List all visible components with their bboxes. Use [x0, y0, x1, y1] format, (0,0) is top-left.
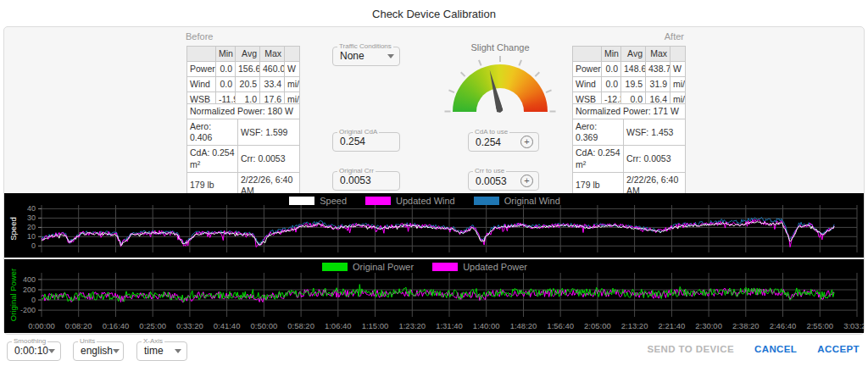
table-row: Aero: 0.369 WSF: 1.453	[573, 119, 686, 146]
col-header: Avg	[621, 47, 646, 62]
calibration-change-gauge: Slight Change	[448, 42, 553, 115]
svg-text:3:03:20: 3:03:20	[843, 321, 864, 330]
before-info-table: Normalized Power: 180 W Aero: 0.406 WSF:…	[186, 103, 300, 199]
svg-text:2:46:40: 2:46:40	[770, 321, 797, 330]
accept-button[interactable]: ACCEPT	[817, 344, 860, 354]
svg-text:0:58:20: 0:58:20	[287, 321, 314, 330]
unit-cell: mi/h	[285, 77, 300, 92]
smoothing-value: 0:00:10	[14, 345, 48, 357]
svg-text:200: 200	[23, 286, 36, 294]
table-row: Power 0.0 156.6 460.0 W	[187, 62, 300, 77]
crr-cell: Crr: 0.0053	[624, 146, 686, 172]
col-header: Min	[602, 47, 621, 62]
stat-cell: 33.4	[260, 77, 285, 92]
svg-text:0:41:40: 0:41:40	[214, 321, 241, 330]
row-label: Power	[187, 62, 216, 77]
aero-cell: Aero: 0.406	[187, 119, 238, 146]
normalized-power-cell: Normalized Power: 180 W	[187, 104, 300, 119]
svg-text:0:25:00: 0:25:00	[139, 321, 166, 330]
col-header	[670, 47, 686, 62]
col-header: Min	[216, 47, 236, 62]
stat-cell: 460.0	[260, 62, 285, 77]
table-row: Wind 0.0 20.5 33.4 mi/h	[187, 77, 300, 92]
crr-to-use-field[interactable]: Crr to use 0.0053	[468, 168, 539, 191]
traffic-conditions-value: None	[340, 50, 364, 62]
unit-cell: mi/h	[670, 77, 686, 92]
row-label: Wind	[573, 77, 602, 92]
gauge-tick	[478, 60, 482, 66]
original-crr-label: Original Crr	[337, 168, 376, 175]
original-cda-field: Original CdA 0.254	[332, 129, 400, 152]
after-label: After	[572, 31, 684, 42]
page-title: Check Device Calibration	[0, 8, 868, 20]
gauge-tick	[518, 60, 522, 66]
svg-text:0: 0	[31, 241, 36, 250]
cda-to-use-value[interactable]: 0.254	[476, 136, 501, 148]
svg-text:1:31:40: 1:31:40	[436, 321, 463, 330]
svg-text:10: 10	[27, 232, 36, 241]
cancel-button[interactable]: CANCEL	[754, 344, 797, 354]
svg-text:Original Power: Original Power	[8, 269, 18, 321]
crr-to-use-label: Crr to use	[473, 168, 506, 175]
stat-cell: 20.5	[236, 77, 260, 92]
table-row: Wind 0.0 19.5 31.9 mi/h	[573, 77, 686, 92]
gauge-tick	[546, 90, 552, 94]
crr-cell: Crr: 0.0053	[238, 146, 300, 172]
stat-cell: 0.0	[216, 77, 236, 92]
svg-text:40: 40	[27, 204, 36, 213]
col-header: Max	[260, 47, 285, 62]
check-device-calibration-screen: Check Device Calibration Before Min Avg …	[0, 0, 868, 366]
crr-to-use-value[interactable]: 0.0053	[476, 175, 507, 187]
units-select[interactable]: Units english	[73, 338, 124, 361]
xaxis-select[interactable]: X-Axis time	[136, 338, 187, 361]
stat-cell: 156.6	[236, 62, 260, 77]
chevron-down-icon	[48, 349, 55, 353]
send-to-device-button[interactable]: SEND TO DEVICE	[647, 344, 734, 354]
table-row: Aero: 0.406 WSF: 1.599	[187, 119, 300, 146]
svg-text:2:30:00: 2:30:00	[695, 321, 722, 330]
svg-text:1:56:40: 1:56:40	[547, 321, 574, 330]
gauge-tick	[445, 111, 451, 113]
svg-text:2:38:20: 2:38:20	[732, 321, 760, 330]
after-info-table: Normalized Power: 171 W Aero: 0.369 WSF:…	[572, 103, 686, 199]
gauge-tick	[448, 90, 454, 94]
cda-increment-icon[interactable]	[520, 136, 533, 148]
speed-wind-chart[interactable]: SpeedUpdated WindOriginal Wind 010203040…	[4, 193, 864, 258]
smoothing-label: Smoothing	[12, 338, 47, 345]
col-header: Avg	[236, 47, 260, 62]
traffic-conditions-select[interactable]: Traffic Conditions None	[332, 43, 400, 66]
stat-cell: 0.0	[602, 62, 621, 77]
power-chart[interactable]: Original PowerUpdated Power -2000200400O…	[4, 259, 864, 333]
smoothing-select[interactable]: Smoothing 0:00:10	[7, 338, 61, 361]
xaxis-value: time	[144, 345, 164, 357]
svg-text:0: 0	[31, 296, 36, 304]
gauge-tick	[499, 56, 501, 62]
stat-cell: 148.6	[621, 62, 646, 77]
after-stats-table: Min Avg Max Power 0.0 148.6 438.7 W Wind…	[572, 46, 686, 108]
table-row: CdA: 0.254 m² Crr: 0.0053	[187, 146, 300, 172]
svg-text:0:08:20: 0:08:20	[65, 321, 92, 330]
svg-text:30: 30	[27, 214, 36, 222]
crr-increment-icon[interactable]	[520, 175, 533, 187]
cda-to-use-field[interactable]: CdA to use 0.254	[468, 129, 539, 152]
svg-text:1:15:00: 1:15:00	[362, 321, 389, 330]
chevron-down-icon	[387, 54, 394, 58]
table-row: Normalized Power: 171 W	[573, 104, 686, 119]
table-row: Min Avg Max	[573, 47, 686, 62]
stat-cell: 0.0	[216, 62, 236, 77]
corner-cell	[187, 47, 216, 62]
gauge-label: Slight Change	[448, 42, 553, 53]
row-label: Wind	[187, 77, 216, 92]
svg-text:1:40:00: 1:40:00	[473, 321, 500, 330]
svg-text:0:50:00: 0:50:00	[251, 321, 278, 330]
wsf-cell: WSF: 1.453	[624, 119, 686, 146]
svg-text:400: 400	[23, 275, 36, 284]
table-row: Min Avg Max	[187, 47, 300, 62]
svg-text:1:23:20: 1:23:20	[398, 321, 426, 330]
row-label: Power	[573, 62, 602, 77]
cda-cell: CdA: 0.254 m²	[187, 146, 238, 172]
table-row: CdA: 0.254 m² Crr: 0.0053	[573, 146, 686, 172]
svg-text:1:06:40: 1:06:40	[325, 321, 352, 330]
aero-cell: Aero: 0.369	[573, 119, 624, 146]
svg-text:0:00:00: 0:00:00	[28, 321, 55, 330]
